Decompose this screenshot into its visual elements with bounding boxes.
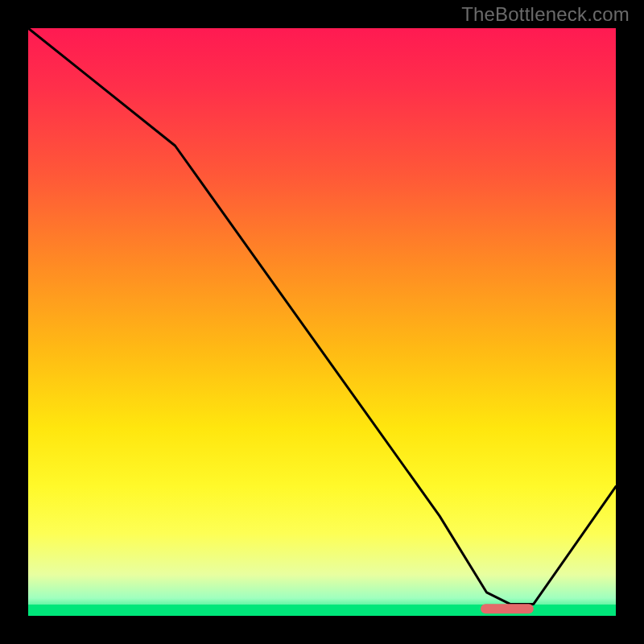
watermark-text: TheBottleneck.com	[461, 3, 630, 26]
chart-svg	[28, 28, 616, 616]
chart-marker-bar	[481, 604, 534, 613]
chart-curve-line	[28, 28, 616, 604]
chart-plot-area	[28, 28, 616, 616]
